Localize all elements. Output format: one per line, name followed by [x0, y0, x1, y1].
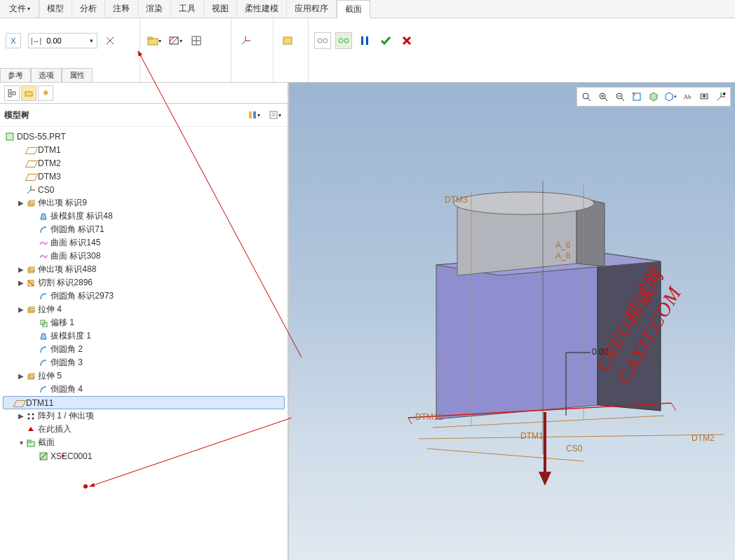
svg-line-85	[419, 435, 724, 439]
tree-item-11[interactable]: 倒圆角 标识2973	[0, 289, 288, 303]
tree-item-16[interactable]: 倒圆角 3	[0, 356, 288, 369]
svg-line-83	[671, 403, 676, 411]
ok-icon[interactable]	[377, 32, 394, 49]
tree-root[interactable]: DDS-55.PRT	[0, 130, 288, 143]
label-cs0: CS0	[566, 444, 582, 453]
main-tab-2[interactable]: 注释	[105, 0, 138, 18]
svg-point-49	[28, 413, 30, 415]
tree-item-0[interactable]: DTM1	[0, 143, 288, 156]
tree-twisty[interactable]: ▶	[17, 199, 25, 207]
tree-item-18[interactable]: 倒圆角 4	[0, 383, 288, 396]
draft-icon	[38, 211, 49, 222]
grid-icon[interactable]	[188, 32, 205, 49]
main-tab-3[interactable]: 渲染	[138, 0, 171, 18]
tree-item-4[interactable]: ▶伸出项 标识9	[0, 196, 288, 210]
tree-item-20[interactable]: ▶阵列 1 / 伸出项	[0, 409, 288, 423]
ribbon-tab-properties[interactable]: 属性	[62, 68, 93, 82]
viewport[interactable]: ▾ Ab ✱	[289, 83, 735, 560]
tree-item-label: 切割 标识2896	[38, 277, 93, 289]
tree-item-label: 在此插入	[38, 423, 72, 435]
datum-icon	[13, 397, 25, 409]
tools-icon[interactable]: ▾	[247, 107, 261, 123]
tree-item-7[interactable]: 曲面 标识145	[0, 236, 288, 250]
tree-item-15[interactable]: 倒圆角 2	[0, 343, 288, 356]
draft-icon	[38, 331, 49, 342]
insert-icon	[25, 424, 36, 435]
tree-twisty[interactable]: ▶	[17, 279, 25, 287]
tree-twisty[interactable]: ▶	[17, 306, 25, 313]
csys-icon[interactable]	[237, 32, 254, 49]
model-canvas	[289, 83, 735, 560]
dimension-input[interactable]: |↔| ▾	[28, 33, 97, 48]
tree-twisty[interactable]: ▶	[17, 412, 25, 420]
svg-rect-18	[361, 36, 363, 45]
pause-icon[interactable]	[356, 32, 373, 49]
settings-icon[interactable]: ▾	[268, 107, 282, 123]
main-tab-7[interactable]: 应用程序	[287, 0, 337, 18]
glasses-on-icon[interactable]	[335, 32, 352, 49]
round-icon	[38, 357, 49, 369]
section-dimension[interactable]: 0.00	[592, 347, 608, 357]
svg-rect-47	[28, 375, 34, 379]
tree-item-19[interactable]: DTM11	[3, 396, 285, 409]
file-menu[interactable]: 文件 ▾	[0, 0, 39, 18]
tree-twisty[interactable]: ▾	[17, 439, 25, 446]
tree-item-2[interactable]: DTM3	[0, 170, 288, 183]
csys-icon	[25, 184, 36, 196]
folder-icon[interactable]: ▾	[146, 32, 163, 49]
tree-item-label: 倒圆角 2	[50, 343, 83, 355]
main-tab-8[interactable]: 截面	[337, 0, 370, 18]
tree-item-17[interactable]: ▶拉伸 5	[0, 369, 288, 383]
menu-bar: 文件 ▾ 模型分析注释渲染工具视图柔性建模应用程序截面	[0, 0, 735, 18]
datum-icon	[25, 171, 36, 182]
model-tree-panel: ✱ 模型树 ▾ ▾ DDS-55.PRT DTM1DTM2DTM3CS0▶伸出项…	[0, 83, 289, 560]
tree-twisty[interactable]: ▶	[17, 372, 25, 380]
glasses-off-icon[interactable]	[314, 32, 331, 49]
main-tab-0[interactable]: 模型	[39, 0, 72, 18]
tree-item-6[interactable]: 倒圆角 标识71	[0, 223, 288, 236]
dimension-field[interactable]	[43, 36, 86, 45]
tree-item-label: DTM1	[38, 145, 61, 155]
tree-item-10[interactable]: ▶切割 标识2896	[0, 276, 288, 289]
tree-item-5[interactable]: 拔模斜度 标识48	[0, 210, 288, 223]
body-split: ✱ 模型树 ▾ ▾ DDS-55.PRT DTM1DTM2DTM3CS0▶伸出项…	[0, 83, 735, 560]
hatch-icon[interactable]: ▾	[167, 32, 184, 49]
x-constraint-button[interactable]: X	[6, 33, 21, 48]
ribbon-tab-reference[interactable]: 参考	[0, 68, 31, 82]
chevron-down-icon: ▾	[27, 6, 30, 12]
folder-tab-icon[interactable]	[21, 86, 36, 101]
tree-title: 模型树	[4, 109, 29, 121]
ribbon-tab-options[interactable]: 选项	[31, 68, 62, 82]
tree-item-9[interactable]: ▶伸出项 标识488	[0, 263, 288, 276]
tree-item-14[interactable]: 拔模斜度 1	[0, 329, 288, 343]
tree-item-12[interactable]: ▶拉伸 4	[0, 303, 288, 316]
svg-rect-27	[253, 111, 256, 118]
main-tab-1[interactable]: 分析	[72, 0, 105, 18]
label-dtm1: DTM1	[520, 431, 544, 441]
tree-view-icon[interactable]	[4, 86, 20, 101]
main-tab-5[interactable]: 视图	[204, 0, 237, 18]
tree-item-22[interactable]: ▾截面	[0, 436, 288, 449]
svg-line-84	[433, 416, 664, 428]
tree-item-1[interactable]: DTM2	[0, 156, 288, 170]
shade-icon[interactable]	[279, 32, 296, 49]
tree-item-23[interactable]: XSEC0001•	[0, 449, 288, 463]
star-folder-icon[interactable]: ✱	[38, 86, 53, 101]
cancel-icon[interactable]	[398, 32, 415, 49]
surface-icon	[38, 251, 49, 262]
tree-item-13[interactable]: 偏移 1	[0, 316, 288, 329]
extrude-icon	[25, 304, 36, 315]
tree-item-3[interactable]: CS0	[0, 183, 288, 196]
tree-twisty[interactable]: ▶	[17, 266, 25, 273]
tree-item-label: 阵列 1 / 伸出项	[38, 410, 94, 422]
tree-item-8[interactable]: 曲面 标识308	[0, 250, 288, 263]
dimension-dropdown[interactable]: ▾	[86, 37, 97, 44]
svg-line-5	[170, 37, 174, 41]
model-tree[interactable]: DDS-55.PRT DTM1DTM2DTM3CS0▶伸出项 标识9拔模斜度 标…	[0, 127, 288, 560]
main-tab-6[interactable]: 柔性建模	[237, 0, 287, 18]
main-tabs: 模型分析注释渲染工具视图柔性建模应用程序截面	[39, 0, 370, 18]
flip-icon[interactable]	[102, 32, 119, 49]
main-tab-4[interactable]: 工具	[171, 0, 204, 18]
svg-rect-22	[8, 90, 11, 93]
tree-item-21[interactable]: 在此插入	[0, 423, 288, 436]
